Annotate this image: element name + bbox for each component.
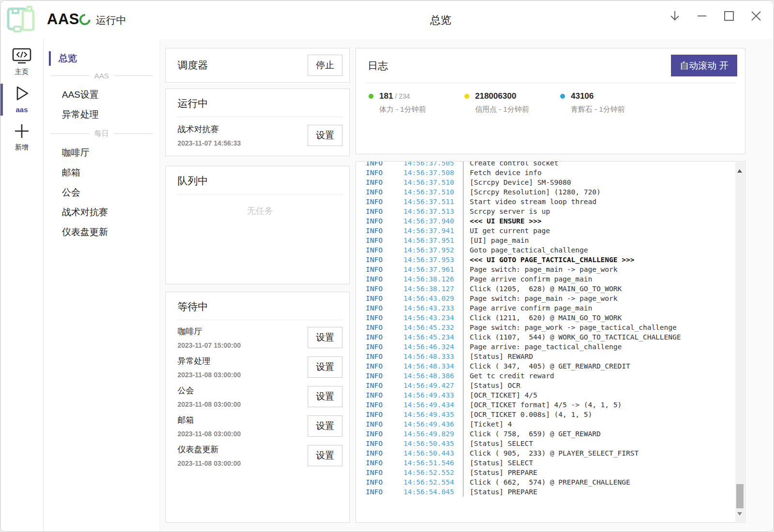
log-row: INFO14:56:48.386Get tc credit reward [356,371,734,381]
log-level: INFO [366,168,394,177]
rail-item-home[interactable]: 主页 [0,48,43,76]
menu-section-label: AAS [94,72,109,80]
log-row: INFO14:56:43.029Page switch: page_main -… [356,294,734,303]
stat-dot-icon [464,94,469,99]
plus-icon [13,122,30,140]
stat-value: 218006300 [475,91,516,101]
menu-item[interactable]: 咖啡厅 [44,143,160,163]
log-message: [OCR_TICKET format] 4/5 -> (4, 1, 5) [463,400,622,410]
log-message: Click ( 758, 659) @ GET_REWARD [463,429,601,439]
log-message: [Status] PREPARE [463,487,537,497]
rail-label-new: 新增 [15,143,29,152]
waiting-title: 等待中 [178,300,342,313]
log-timestamp: 14:56:49.433 [403,390,454,400]
log-timestamp: 14:56:49.435 [403,410,454,419]
log-message: Click ( 347, 405) @ GET_REWARD_CREDIT [463,361,630,371]
stop-button[interactable]: 停止 [308,55,342,76]
log-level: INFO [366,161,394,168]
log-level: INFO [366,400,394,410]
log-level: INFO [366,294,394,303]
autoscroll-toggle-button[interactable]: 自动滚动 开 [671,55,737,76]
log-message: [Scrcpy Device] SM-S9080 [463,177,571,187]
log-message: Page switch: page_work -> page_tactical_… [463,323,677,332]
log-message: Page switch: page_main -> page_work [463,265,618,274]
menu-item[interactable]: 仪表盘更新 [44,222,160,242]
waiting-task-time: 2023-11-08 03:00:00 [178,371,241,379]
log-row: INFO14:56:38.126Page arrive confirm page… [356,274,734,284]
scroll-down-icon[interactable] [737,512,742,516]
log-message: <<< UI GOTO PAGE_TACTICAL_CHALLENGE >>> [463,255,634,265]
log-timestamp: 14:56:51.546 [403,458,454,468]
log-timestamp: 14:56:43.029 [403,294,454,303]
log-level: INFO [366,284,394,294]
rail-item-new[interactable]: 新增 [0,122,43,152]
waiting-settings-button[interactable]: 设置 [308,356,342,378]
log-timestamp: 14:56:43.234 [403,313,454,323]
waiting-settings-button[interactable]: 设置 [308,386,342,407]
log-row: INFO14:56:50.435[Status] SELECT [356,439,734,448]
menu-item[interactable]: 战术对抗赛 [44,202,160,222]
log-level: INFO [366,323,394,332]
log-message: [Status] PREPARE [463,468,537,477]
download-icon[interactable] [666,7,684,25]
log-level: INFO [366,226,394,236]
log-level: INFO [366,187,394,197]
log-row: INFO14:56:37.961Page switch: page_main -… [356,265,734,274]
log-row: INFO14:56:43.234Click (1211, 620) @ MAIN… [356,313,734,323]
stat-value: 43106 [571,91,594,101]
log-timestamp: 14:56:37.505 [403,161,454,168]
waiting-task-info: 异常处理2023-11-08 03:00:00 [178,355,241,379]
log-level: INFO [366,381,394,390]
rail-item-aas[interactable]: aas [0,85,43,114]
log-message: [Scrcpy Resolution] (1280, 720) [463,187,601,197]
waiting-settings-button[interactable]: 设置 [308,415,342,437]
log-row: INFO14:56:49.433[OCR_TICKET] 4/5 [356,390,734,400]
waiting-settings-button[interactable]: 设置 [308,445,342,466]
menu-item[interactable]: 邮箱 [44,163,160,182]
log-row: INFO14:56:37.941UI get current page [356,226,734,236]
log-level: INFO [366,177,394,187]
close-icon[interactable] [747,7,765,25]
log-row: INFO14:56:37.952Goto page_tactical_chall… [356,245,734,255]
rail-label-aas: aas [15,105,28,114]
side-menu: 总览 AASAAS设置异常处理每日咖啡厅邮箱公会战术对抗赛仪表盘更新 [44,39,160,532]
log-timestamp: 14:56:49.436 [403,419,454,429]
log-timestamp: 14:56:49.829 [403,429,454,439]
menu-item[interactable]: 公会 [44,182,160,202]
scrollbar-thumb[interactable] [736,484,744,508]
log-level: INFO [366,313,394,323]
waiting-task-name: 公会 [178,385,241,396]
log-message: Fetch device info [463,168,541,177]
divider [178,194,342,194]
waiting-settings-button[interactable]: 设置 [308,327,342,348]
log-message: Click ( 662, 574) @ PREPARE_CHALLENGE [463,477,630,487]
menu-item[interactable]: AAS设置 [44,85,160,104]
log-scrollbar[interactable] [735,162,744,522]
resource-stats: 181/ 234体力 - 1分钟前218006300信用点 - 1分钟前4310… [356,83,745,114]
play-icon [13,85,30,102]
scroll-up-icon[interactable] [737,169,742,173]
log-level: INFO [366,197,394,207]
log-row: INFO14:56:38.127Click (1205, 628) @ MAIN… [356,284,734,294]
log-level: INFO [366,390,394,400]
page-title: 总览 [430,13,451,28]
log-timestamp: 14:56:49.434 [403,400,454,410]
log-timestamp: 14:56:52.552 [403,468,454,477]
log-message: Page switch: page_main -> page_work [463,294,618,303]
log-timestamp: 14:56:48.386 [403,371,454,381]
log-row: INFO14:56:37.953<<< UI GOTO PAGE_TACTICA… [356,255,734,265]
log-header-card: 日志 自动滚动 开 181/ 234体力 - 1分钟前218006300信用点 … [356,48,745,154]
log-lines: INFO14:56:37.505Create control socketINF… [356,161,734,497]
log-timestamp: 14:56:37.952 [403,245,454,255]
minimize-icon[interactable] [693,7,711,25]
nav-rail: 主页 aas 新增 [0,39,44,532]
menu-item[interactable]: 异常处理 [44,104,160,124]
divider-line [114,75,153,76]
running-settings-button[interactable]: 设置 [308,125,342,146]
maximize-icon[interactable] [720,7,738,25]
log-level: INFO [366,274,394,284]
waiting-task-name: 咖啡厅 [178,326,241,337]
menu-item-overview[interactable]: 总览 [44,51,160,66]
scheduler-card: 调度器 停止 [165,48,350,83]
log-message: [OCR_TICKET] 4/5 [463,390,537,400]
